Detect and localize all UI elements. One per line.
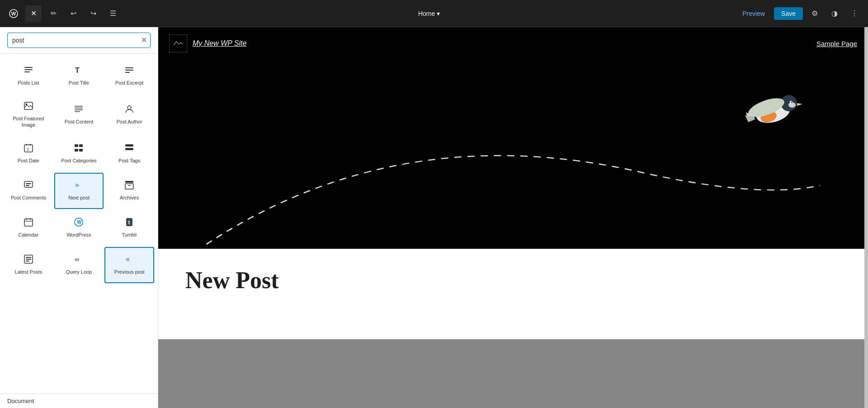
site-name[interactable]: My New WP Site	[193, 39, 246, 47]
search-input[interactable]	[7, 33, 151, 48]
more-options-icon[interactable]: ⋮	[846, 5, 863, 22]
block-item-latest-posts[interactable]: Latest Posts	[4, 247, 53, 283]
site-logo-box	[169, 34, 187, 52]
previous-post-icon: «	[124, 254, 134, 266]
left-panel: ✕ Posts ListTPost TitlePost ExcerptPost …	[0, 27, 158, 408]
site-content: New Post	[158, 249, 868, 339]
svg-rect-13	[75, 109, 83, 110]
wordpress-icon: W	[74, 217, 84, 229]
search-clear-button[interactable]: ✕	[141, 37, 147, 44]
post-date-label: Post Date	[18, 157, 39, 164]
undo-button[interactable]: ↩	[65, 5, 81, 22]
block-item-posts-list[interactable]: Posts List	[4, 57, 53, 94]
block-item-wordpress[interactable]: WWordPress	[54, 210, 104, 246]
block-item-post-comments[interactable]: Post Comments	[4, 173, 53, 209]
post-date-icon: 2	[24, 143, 33, 155]
block-item-archives[interactable]: Archives	[104, 173, 154, 209]
block-item-query-loop[interactable]: ∞Query Loop	[54, 247, 104, 283]
svg-text:t: t	[128, 219, 130, 226]
edit-icon[interactable]: ✏	[45, 5, 61, 22]
tumblr-icon: t	[124, 217, 134, 229]
svg-rect-24	[125, 144, 133, 147]
toolbar-right: Preview Save ⚙ ◑ ⋮	[737, 5, 863, 22]
block-item-post-date[interactable]: 2Post Date	[4, 136, 53, 172]
post-author-icon	[124, 104, 134, 116]
block-item-post-excerpt[interactable]: Post Excerpt	[104, 57, 154, 94]
toolbar-center: Home ▾	[125, 7, 733, 20]
preview-button[interactable]: Preview	[737, 7, 770, 20]
block-item-post-author[interactable]: Post Author	[104, 95, 154, 135]
post-featured-image-label: Post Featured Image	[7, 115, 50, 128]
archives-label: Archives	[120, 195, 139, 201]
post-tags-label: Post Tags	[118, 157, 140, 164]
settings-icon[interactable]: ⚙	[807, 5, 823, 22]
svg-text:W: W	[11, 11, 16, 16]
svg-rect-43	[26, 259, 31, 260]
site-logo-area: My New WP Site	[169, 34, 246, 52]
svg-rect-12	[75, 108, 83, 109]
svg-rect-31	[125, 184, 133, 189]
previous-post-label: Previous post	[114, 269, 145, 275]
menu-button[interactable]: ☰	[105, 5, 121, 22]
block-item-post-categories[interactable]: Post Categories	[54, 136, 104, 172]
post-categories-icon	[74, 143, 84, 155]
canvas-area[interactable]: My New WP Site Sample Page	[158, 27, 868, 408]
svg-point-15	[127, 106, 131, 109]
svg-rect-11	[75, 106, 83, 107]
canvas-inner: My New WP Site Sample Page	[158, 27, 868, 408]
redo-button[interactable]: ↪	[85, 5, 101, 22]
posts-list-icon	[24, 65, 33, 77]
svg-point-10	[25, 104, 27, 105]
document-section: Document	[0, 394, 158, 408]
toolbar: W ✕ ✏ ↩ ↪ ☰ Home ▾ Preview Save ⚙ ◑ ⋮	[0, 0, 868, 27]
block-item-post-featured-image[interactable]: Post Featured Image	[4, 95, 53, 135]
block-item-calendar[interactable]: Calendar	[4, 210, 53, 246]
svg-rect-27	[26, 183, 31, 184]
post-comments-label: Post Comments	[11, 195, 46, 201]
tumblr-label: Tumblr	[122, 232, 137, 238]
calendar-label: Calendar	[19, 232, 39, 238]
wp-logo: W	[5, 5, 22, 22]
next-post-label: Next post	[68, 195, 89, 201]
svg-rect-26	[24, 181, 33, 187]
svg-rect-28	[26, 185, 29, 186]
block-item-post-content[interactable]: Post Content	[54, 95, 104, 135]
post-content-label: Post Content	[65, 119, 94, 125]
block-item-next-post[interactable]: »Next post	[54, 173, 104, 209]
svg-rect-7	[125, 70, 133, 71]
svg-rect-6	[125, 67, 133, 68]
post-author-label: Post Author	[117, 119, 142, 125]
block-item-tumblr[interactable]: tTumblr	[104, 210, 154, 246]
svg-text:∞: ∞	[75, 256, 79, 263]
svg-text:»: »	[75, 181, 79, 189]
canvas-scrollbar[interactable]	[864, 27, 868, 408]
post-excerpt-label: Post Excerpt	[115, 80, 143, 86]
contrast-icon[interactable]: ◑	[826, 5, 843, 22]
site-hero: My New WP Site Sample Page	[158, 27, 868, 249]
save-button[interactable]: Save	[774, 7, 803, 20]
next-post-icon: »	[74, 180, 84, 192]
search-bar: ✕	[0, 27, 158, 54]
site-nav: My New WP Site Sample Page	[158, 27, 868, 60]
block-item-post-tags[interactable]: Post Tags	[104, 136, 154, 172]
nav-home-button[interactable]: Home ▾	[414, 7, 444, 20]
block-item-previous-post[interactable]: «Previous post	[104, 247, 154, 283]
post-title: New Post	[185, 267, 841, 294]
svg-text:T: T	[75, 66, 80, 74]
svg-rect-21	[79, 144, 83, 147]
svg-rect-3	[24, 69, 33, 70]
nav-arrow-icon: ▾	[437, 10, 440, 17]
close-button[interactable]: ✕	[25, 5, 42, 22]
svg-rect-22	[75, 149, 78, 152]
svg-rect-8	[125, 72, 130, 73]
blocks-scroll-wrapper[interactable]: Posts ListTPost TitlePost ExcerptPost Fe…	[0, 54, 158, 394]
svg-rect-25	[125, 148, 133, 150]
post-featured-image-icon	[24, 101, 33, 113]
archives-icon	[124, 180, 134, 192]
wordpress-label: WordPress	[66, 232, 91, 238]
site-nav-link[interactable]: Sample Page	[816, 40, 857, 47]
arc-path	[158, 90, 868, 249]
post-excerpt-icon	[124, 65, 134, 77]
block-item-post-title[interactable]: TPost Title	[54, 57, 104, 94]
svg-rect-14	[75, 111, 80, 112]
